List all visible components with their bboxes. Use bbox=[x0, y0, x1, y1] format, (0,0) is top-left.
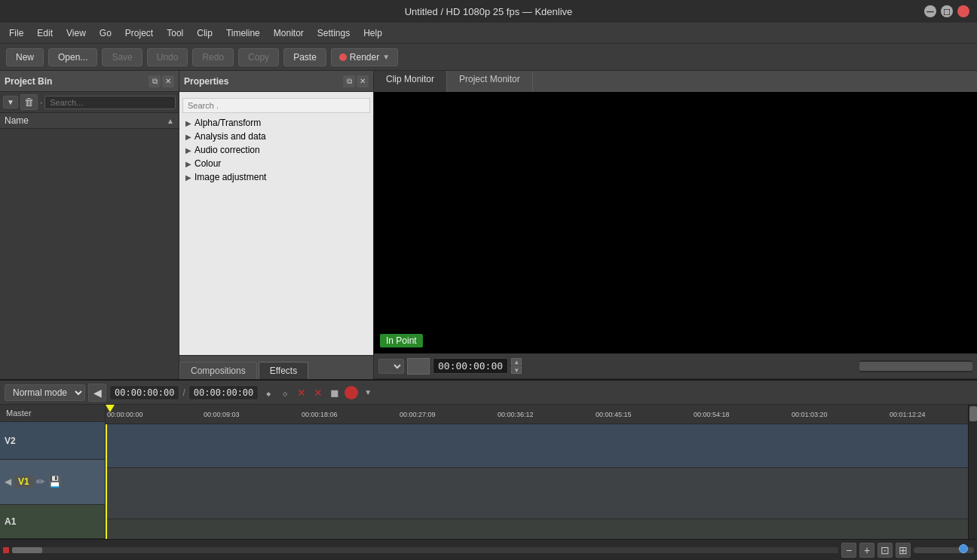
vscroll-thumb[interactable] bbox=[969, 406, 977, 421]
monitor-timeline-track bbox=[859, 362, 972, 371]
zoom-out-btn[interactable]: − bbox=[841, 543, 856, 558]
monitor-timecode[interactable]: 00:00:00:00 bbox=[433, 358, 508, 374]
save-button[interactable]: Save bbox=[102, 48, 142, 66]
menu-bar: File Edit View Go Project Tool Clip Time… bbox=[0, 23, 977, 44]
effects-item-colour[interactable]: ▶ Colour bbox=[179, 157, 373, 170]
properties-title: Properties bbox=[184, 76, 228, 87]
project-bin-delete[interactable]: 🗑 bbox=[20, 94, 38, 110]
menu-tool[interactable]: Tool bbox=[161, 26, 189, 41]
zoom-slider-thumb[interactable] bbox=[959, 544, 968, 553]
open-button[interactable]: Open... bbox=[48, 48, 97, 66]
menu-go[interactable]: Go bbox=[93, 26, 118, 41]
menu-view[interactable]: View bbox=[60, 26, 92, 41]
project-bin-header-btns: ⧉ ✕ bbox=[149, 75, 174, 87]
v1-name: V1 bbox=[14, 476, 33, 488]
a1-track-area[interactable] bbox=[106, 519, 968, 539]
zoom-in-btn[interactable]: + bbox=[859, 543, 874, 558]
ruler-label-8: 00:01:12:24 bbox=[890, 411, 926, 418]
effects-item-label: Image adjustment bbox=[194, 172, 266, 182]
timeline-cut-icon[interactable]: ✕ bbox=[295, 386, 308, 399]
v1-edit-icon[interactable]: ✏ bbox=[36, 476, 45, 488]
effects-search-input[interactable] bbox=[182, 98, 370, 113]
menu-clip[interactable]: Clip bbox=[191, 26, 219, 41]
properties-float-btn[interactable]: ⧉ bbox=[343, 75, 355, 87]
maximize-button[interactable]: □ bbox=[941, 5, 953, 17]
menu-file[interactable]: File bbox=[3, 26, 29, 41]
tab-project-monitor[interactable]: Project Monitor bbox=[447, 71, 533, 92]
monitor-zoom-dropdown[interactable] bbox=[378, 359, 404, 374]
timeline-drop-icon[interactable]: ▼ bbox=[361, 386, 375, 399]
timeline-tracks: Master V2 ◀ V1 ✏ 💾 A1 00:00:00:00 00:00:… bbox=[0, 405, 977, 539]
menu-help[interactable]: Help bbox=[357, 26, 388, 41]
monitor-thumb bbox=[407, 358, 430, 375]
effects-list: ▶ Alpha/Transform ▶ Analysis and data ▶ … bbox=[179, 92, 373, 355]
timeline-section: Normal mode ◀ 00:00:00:00 / 00:00:00:00 … bbox=[0, 379, 977, 560]
all-tracks-area[interactable] bbox=[106, 424, 968, 539]
menu-timeline[interactable]: Timeline bbox=[220, 26, 266, 41]
track-labels: Master V2 ◀ V1 ✏ 💾 A1 bbox=[0, 405, 106, 539]
search-input[interactable] bbox=[44, 96, 176, 109]
effects-item-image[interactable]: ▶ Image adjustment bbox=[179, 170, 373, 184]
image-expand-icon: ▶ bbox=[185, 173, 191, 182]
timecode-up-btn[interactable]: ▲ bbox=[511, 358, 522, 366]
effects-item-analysis[interactable]: ▶ Analysis and data bbox=[179, 130, 373, 143]
menu-project[interactable]: Project bbox=[119, 26, 159, 41]
menu-edit[interactable]: Edit bbox=[31, 26, 59, 41]
timeline-marker-icon[interactable]: ◼ bbox=[328, 386, 341, 399]
timeline-out-icon[interactable]: ⬦ bbox=[278, 386, 292, 399]
timeline-mode-select[interactable]: Normal mode bbox=[5, 384, 85, 401]
properties-panel: Properties ⧉ ✕ ▶ Alpha/Transform ▶ Analy… bbox=[179, 71, 374, 379]
zoom-full-btn[interactable]: ⊞ bbox=[896, 543, 911, 558]
timeline-scrollbar-track[interactable] bbox=[12, 547, 838, 553]
tab-clip-monitor[interactable]: Clip Monitor bbox=[374, 71, 447, 92]
timeline-zoom-slider[interactable] bbox=[914, 547, 974, 553]
timecode-down-btn[interactable]: ▼ bbox=[511, 366, 522, 374]
timeline-bottom-bar: − + ⊡ ⊞ bbox=[0, 539, 977, 560]
ruler-label-7: 00:01:03:20 bbox=[792, 411, 828, 418]
undo-button[interactable]: Undo bbox=[147, 48, 188, 66]
tab-compositions[interactable]: Compositions bbox=[179, 362, 257, 379]
timeline-prev-btn[interactable]: ◀ bbox=[88, 384, 106, 402]
project-bin-close-btn[interactable]: ✕ bbox=[162, 75, 174, 87]
effects-item-audio[interactable]: ▶ Audio correction bbox=[179, 143, 373, 157]
menu-settings[interactable]: Settings bbox=[311, 26, 356, 41]
paste-button[interactable]: Paste bbox=[283, 48, 326, 66]
project-bin-dropdown[interactable]: ▼ bbox=[3, 96, 18, 109]
ruler-label-1: 00:00:09:03 bbox=[204, 411, 240, 418]
timeline-scrollbar-thumb[interactable] bbox=[12, 547, 42, 553]
menu-monitor[interactable]: Monitor bbox=[268, 26, 310, 41]
monitor-timeline-bar bbox=[859, 360, 972, 372]
v1-prev-icon[interactable]: ◀ bbox=[5, 476, 11, 487]
v1-save-icon[interactable]: 💾 bbox=[48, 476, 61, 488]
alpha-expand-icon: ▶ bbox=[185, 119, 191, 127]
timeline-record-btn[interactable] bbox=[345, 386, 358, 399]
effects-item-label: Audio correction bbox=[194, 145, 260, 155]
project-bin-title: Project Bin bbox=[5, 76, 52, 87]
redo-button[interactable]: Redo bbox=[192, 48, 234, 66]
ruler-label-5: 00:00:45:15 bbox=[596, 411, 632, 418]
new-button[interactable]: New bbox=[6, 48, 44, 66]
sort-icon: ▲ bbox=[167, 117, 174, 125]
window-controls: ─ □ bbox=[924, 5, 969, 17]
tab-effects[interactable]: Effects bbox=[259, 362, 308, 379]
properties-close-btn[interactable]: ✕ bbox=[357, 75, 369, 87]
timeline-delete-icon[interactable]: ✕ bbox=[311, 386, 325, 399]
v1-track-area[interactable] bbox=[106, 468, 968, 519]
fit-btn[interactable]: ⊡ bbox=[877, 543, 893, 558]
render-button[interactable]: Render ▼ bbox=[331, 48, 398, 66]
timeline-in-icon[interactable]: ⬥ bbox=[262, 386, 275, 399]
effects-tabs: Compositions Effects bbox=[179, 355, 373, 379]
name-column-header: Name ▲ bbox=[0, 113, 179, 129]
copy-button[interactable]: Copy bbox=[238, 48, 279, 66]
playhead-triangle bbox=[106, 405, 115, 412]
ruler-label-4: 00:00:36:12 bbox=[498, 411, 534, 418]
effects-item-alpha[interactable]: ▶ Alpha/Transform bbox=[179, 116, 373, 130]
minimize-button[interactable]: ─ bbox=[924, 5, 936, 17]
project-bin-dot: · bbox=[40, 97, 42, 108]
project-bin-float-btn[interactable]: ⧉ bbox=[149, 75, 161, 87]
close-button[interactable] bbox=[957, 5, 969, 17]
v2-track-area[interactable] bbox=[106, 424, 968, 468]
project-bin-toolbar: ▼ 🗑 · bbox=[0, 92, 179, 113]
main-content: Project Bin ⧉ ✕ ▼ 🗑 · Name ▲ Properties … bbox=[0, 71, 977, 379]
timeline-vscroll[interactable] bbox=[968, 405, 977, 539]
